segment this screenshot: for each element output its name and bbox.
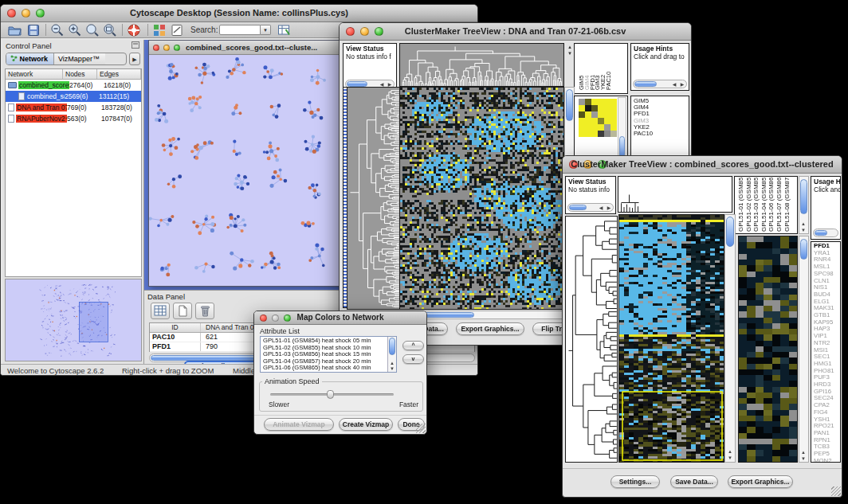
settings-button[interactable]: Settings... [610,475,660,488]
tv2-heatmap-vscrollbar[interactable]: ▲ ▼ [724,214,736,463]
treeview2-window: ClusterMaker TreeView : combined_scores_… [562,155,842,498]
scroll-down-icon[interactable]: ▼ [799,228,807,232]
attribute-list-vscrollbar[interactable]: ▲ ▼ [387,337,396,372]
scroll-right-icon[interactable]: ▶ [605,205,613,210]
scroll-right-icon[interactable]: ▶ [678,82,686,87]
array-label: GPL51-04 (GSM857) [760,177,768,232]
vizmap-grid-icon[interactable] [152,23,167,37]
tv1-row-dendrogram[interactable] [347,87,400,310]
tab-vizmapper[interactable]: VizMapper™ [53,53,105,64]
new-attribute-button[interactable] [173,303,192,319]
open-folder-icon[interactable] [7,23,22,37]
network-nodes: 769(0) [67,104,101,111]
animation-slider[interactable] [270,393,394,396]
window-controls [153,45,180,51]
tv2-status-hscrollbar[interactable]: ◀ ▶ [567,203,614,212]
faster-label: Faster [399,400,418,408]
scroll-down-icon[interactable]: ▼ [726,455,734,460]
tv2-zoom-heatmap[interactable] [738,236,798,463]
resize-grip[interactable] [416,424,426,433]
help-lifering-icon[interactable] [127,23,141,37]
animate-vizmap-button[interactable]: Animate Vizmap [264,418,334,431]
slider-thumb[interactable] [327,390,334,399]
zoom-selected-icon[interactable] [85,23,100,37]
scrollbar-thumb[interactable] [800,239,807,260]
attribute-listbox[interactable]: GPL51-01 (GSM854) heat shock 05 minGPL51… [260,336,397,373]
move-up-button[interactable]: ^ [402,341,424,350]
network-frame-titlebar[interactable]: combined_scores_good.txt--cluste... [149,41,343,55]
create-vizmap-button[interactable]: Create Vizmap [339,418,393,431]
tv2-column-dendrogram[interactable] [618,176,732,213]
main-titlebar[interactable]: Cytoscape Desktop (Session Name: collins… [1,5,477,22]
search-input[interactable] [219,25,261,35]
scrollbar-thumb[interactable] [815,230,827,236]
scrollbar-thumb[interactable] [800,179,807,214]
treeview1-titlebar[interactable]: ClusterMaker TreeView : DNA and Tran 07-… [340,23,691,41]
scroll-down-icon[interactable]: ▼ [566,51,574,56]
network-frame[interactable]: combined_scores_good.txt--cluste... [148,40,344,287]
tv2-row-dendrogram[interactable] [565,216,618,463]
tv1-zoom-matrix[interactable] [579,99,617,137]
attribute-list-item[interactable]: GPL51-07 (GSM868) heat shock 60 min [261,372,396,373]
move-down-button[interactable]: v [402,354,424,364]
annotation-icon[interactable] [170,23,184,37]
attribute-select-button[interactable] [151,303,170,319]
network-list-row[interactable]: DNA and Tran 07769(0)183728(0) [6,102,141,113]
export-graphics-button[interactable]: Export Graphics... [728,475,793,488]
birdseye-view[interactable] [5,279,142,361]
resize-grip[interactable] [831,486,841,496]
folder-icon [8,82,17,88]
network-list-row[interactable]: combined_sco2569(6)13112(15) [6,91,141,102]
zoom-in-icon[interactable] [68,23,82,37]
scroll-up-icon[interactable]: ▲ [726,449,734,454]
gene-label: MON2 [811,458,840,463]
tab-network[interactable]: Network [6,53,53,64]
dialog-titlebar[interactable]: Map Colors to Network [254,311,426,325]
scroll-up-icon[interactable]: ▲ [799,221,807,226]
tv2-hints-hscrollbar[interactable] [813,229,838,237]
tv2-heatmap[interactable] [618,214,724,463]
treeview2-titlebar[interactable]: ClusterMaker TreeView : combined_scores_… [563,156,842,174]
scroll-up-icon[interactable]: ▲ [799,450,807,455]
tv2-zoom-vscrollbar[interactable]: ▲ ▼ [799,236,809,463]
scrollbar-thumb[interactable] [569,205,587,210]
scroll-left-icon[interactable]: ◀ [670,82,678,87]
scroll-left-icon[interactable]: ◀ [597,205,605,210]
network-nodes: 563(0) [67,115,101,123]
network-list-row[interactable]: RNAPuberNov2+563(0)107847(0) [6,113,141,124]
scroll-up-icon[interactable]: ▲ [388,361,396,365]
search-dropdown-arrow-icon[interactable]: ▼ [261,25,271,35]
export-graphics-button[interactable]: Export Graphics... [456,322,524,335]
close-icon[interactable] [153,45,159,51]
tab-overflow-button[interactable]: ▶ [129,53,140,65]
scroll-down-icon[interactable]: ▼ [388,366,396,371]
scrollbar-thumb[interactable] [347,81,367,87]
tv2-labels-vscrollbar[interactable]: ▲ ▼ [799,176,809,234]
attribute-editor-icon[interactable] [277,23,291,37]
float-panel-icon[interactable] [132,41,139,49]
tv1-column-dendrogram[interactable] [399,43,564,87]
network-edges: 16218(0) [104,81,141,89]
save-icon[interactable] [26,23,41,37]
minimize-icon[interactable] [163,45,170,51]
tv1-hints-hscrollbar[interactable]: ◀ ▶ [633,80,687,88]
scroll-up-icon[interactable]: ▲ [566,45,574,49]
scrollbar-thumb[interactable] [389,338,395,355]
scrollbar-thumb[interactable] [726,217,734,247]
usage-hints-title: Usage Hi [814,178,841,186]
zoom-window-icon[interactable] [174,45,180,51]
zoom-out-icon[interactable] [50,23,65,37]
network-canvas[interactable] [149,55,343,286]
panel-tabs: Network VizMapper™ [6,53,127,65]
zoom-fit-icon[interactable] [103,23,117,37]
delete-attribute-button[interactable] [195,303,214,319]
array-label: GPL51-08 (GSM872) [783,177,791,232]
save-data-button[interactable]: Save Data... [670,475,718,488]
scrollbar-thumb[interactable] [634,81,657,87]
scrollbar-thumb[interactable] [566,89,573,121]
scroll-down-icon[interactable]: ▼ [799,456,807,461]
network-list-row[interactable]: combined_scores2764(0)16218(0) [6,80,141,91]
col-network: Network [6,69,63,79]
tv1-heatmap[interactable] [399,87,564,310]
network-list: combined_scores2764(0)16218(0)combined_s… [6,80,141,124]
